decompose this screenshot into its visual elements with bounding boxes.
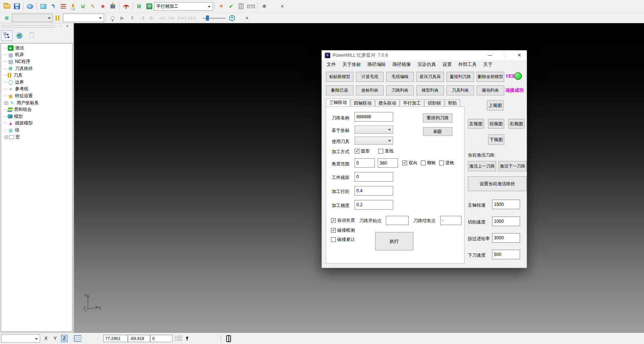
ballnose-tool-icon[interactable] xyxy=(68,1,78,11)
close-button[interactable]: × xyxy=(512,50,527,60)
conventional-mill-checkbox[interactable]: 逆铣 xyxy=(439,160,454,166)
panel-restore-icon[interactable]: ▫ xyxy=(58,24,64,28)
calculator-icon[interactable] xyxy=(236,1,246,11)
menu-render-sim[interactable]: 渲染仿真 xyxy=(414,60,439,69)
view-left-button[interactable]: 左视图 xyxy=(468,119,484,129)
tool-holder-icon[interactable] xyxy=(121,1,131,11)
line-checkbox[interactable]: 直线 xyxy=(378,148,394,154)
toolbar-close-icon[interactable]: × xyxy=(277,1,287,11)
tab-4axis[interactable]: 四轴联动 xyxy=(351,99,375,106)
render-teapot-icon[interactable] xyxy=(25,1,35,11)
leads-icon[interactable]: ↰ xyxy=(48,1,58,11)
tree-item-stock-model[interactable]: 残留模型 xyxy=(1,120,72,127)
cursor-position-icon[interactable] xyxy=(186,336,189,341)
paste-new-model-button[interactable]: 粘贴新模型 xyxy=(326,72,353,82)
axis-x-button[interactable]: X xyxy=(43,335,49,342)
step-back-icon[interactable]: ◁| xyxy=(137,13,147,23)
coord-z-field[interactable]: 0 xyxy=(150,335,172,342)
sim-speed-slider[interactable] xyxy=(203,15,225,21)
sim-tool-dropdown[interactable] xyxy=(63,14,104,22)
tree-item-feature-set[interactable]: 特征设置 xyxy=(1,92,72,99)
start-point-input[interactable] xyxy=(386,216,409,225)
set-active-path-button[interactable]: 设置当前激活路径 xyxy=(468,176,527,191)
coord-y-field[interactable]: -69.918 xyxy=(128,335,150,342)
ref-points-icon[interactable]: ❖ xyxy=(98,1,108,11)
bidirectional-checkbox[interactable]: 双向 xyxy=(402,160,417,166)
sim-toolpath-dropdown[interactable] xyxy=(12,14,53,22)
expand-plus-icon[interactable]: + xyxy=(5,101,8,105)
clock-icon[interactable] xyxy=(227,13,237,23)
delete-all-models-button[interactable]: 删除全部模型 xyxy=(477,72,504,82)
rewind-icon[interactable]: ◁◁ xyxy=(157,13,167,23)
toolpath-coils-icon[interactable]: ≋ xyxy=(135,1,144,11)
panel-header[interactable]: ▫ × xyxy=(0,23,73,29)
tab-help[interactable]: 帮助 xyxy=(445,99,460,106)
rearrange-toolpaths-button[interactable]: 重排列刀路 xyxy=(446,72,474,82)
toolpath-name-input[interactable]: 888888 xyxy=(355,112,393,122)
view-top-button[interactable]: 上视图 xyxy=(487,100,504,110)
go-end-icon[interactable]: ▷▷| xyxy=(187,13,197,23)
pattern-lines-icon[interactable] xyxy=(58,1,68,11)
collision-icon[interactable]: ✶ xyxy=(216,1,226,11)
coord-x-field[interactable]: 77.2951 xyxy=(103,335,128,342)
rearrange-button[interactable]: 重排列刀路 xyxy=(423,113,452,123)
circle-checkbox[interactable]: 圆形 xyxy=(355,148,370,154)
status-dropdown[interactable] xyxy=(1,334,40,343)
dual-view-icon[interactable] xyxy=(226,335,231,342)
active-toolpath-dropdown[interactable]: 平行精加工 xyxy=(154,2,213,11)
list-options-icon[interactable] xyxy=(177,336,182,341)
menu-settings[interactable]: 设置 xyxy=(439,60,455,69)
activate-prev-toolpath-button[interactable]: 激活上一刀路 xyxy=(468,161,496,171)
tab-saw[interactable]: 切割锯 xyxy=(424,99,444,106)
coord-list-button[interactable]: 坐标列表 xyxy=(356,85,384,95)
axis-y-button[interactable]: Y xyxy=(52,335,58,342)
auto-length-checkbox[interactable]: 自动长度 xyxy=(331,217,355,224)
view-bottom-button[interactable]: 下视图 xyxy=(488,134,504,145)
tree-item-pattern[interactable]: 参考线 xyxy=(1,86,72,93)
tree-view-icon[interactable] xyxy=(1,30,13,41)
ruler-icon[interactable] xyxy=(246,1,256,11)
end-point-input[interactable]: - xyxy=(440,216,462,225)
angle-from-input[interactable]: 0 xyxy=(355,158,375,168)
tree-item-workplane[interactable]: +用户坐标系 xyxy=(1,99,72,106)
spindle-speed-input[interactable]: 1500 xyxy=(492,200,520,209)
tree-item-tool[interactable]: 刀具 xyxy=(1,72,72,79)
edit-pencil-icon[interactable]: ✎ xyxy=(88,1,98,11)
delete-selected-button[interactable]: 删除已选 xyxy=(326,85,353,95)
dialog-titlebar[interactable]: ✦ PowerMILL 忆梦星河 7.0.6 — □ × xyxy=(322,50,527,60)
trash-icon[interactable] xyxy=(26,30,38,41)
save-icon[interactable] xyxy=(12,1,22,11)
model-list-button[interactable]: 模型列表 xyxy=(416,85,444,95)
minimize-button[interactable]: — xyxy=(483,50,497,60)
tool-list-button[interactable]: 刀具列表 xyxy=(446,85,474,95)
angle-to-input[interactable]: 360 xyxy=(378,158,398,168)
tab-3axis[interactable]: 三轴联动 xyxy=(326,99,350,106)
channel-icon[interactable]: ∪ xyxy=(78,1,88,11)
tree-item-group[interactable]: 组 xyxy=(1,127,72,134)
lightbulb-icon[interactable] xyxy=(107,13,117,23)
activate-next-toolpath-button[interactable]: 激活下一刀路 xyxy=(498,161,527,171)
execute-button[interactable]: 执行 xyxy=(375,232,413,250)
fast-forward-icon[interactable]: ▷▷ xyxy=(167,13,177,23)
collision-check-checkbox[interactable]: 碰撞检测 xyxy=(331,227,355,234)
tree-item-boundary[interactable]: 边界 xyxy=(1,79,72,86)
view-right-button[interactable]: 右视图 xyxy=(508,119,524,129)
step-forward-icon[interactable]: |▷ xyxy=(147,13,157,23)
tree-item-macro[interactable]: +宏 xyxy=(1,134,72,141)
stock-allowance-input[interactable]: 0 xyxy=(355,172,393,182)
base-coord-dropdown[interactable] xyxy=(355,126,393,134)
verify-icon[interactable]: ✔ xyxy=(226,1,236,11)
tree-item-machine[interactable]: 机床 xyxy=(1,52,72,59)
stepover-input[interactable]: 0.4 xyxy=(355,186,393,196)
tool-block-icon[interactable] xyxy=(108,1,118,11)
pause-icon[interactable]: ‖ xyxy=(127,13,137,23)
tree-item-toolpath[interactable]: 刀具路径 xyxy=(1,65,72,72)
expand-plus-icon[interactable]: + xyxy=(5,136,8,139)
grid-icon[interactable] xyxy=(74,335,81,342)
tool-library-button[interactable]: 星河刀具库 xyxy=(416,72,444,82)
go-start-icon[interactable]: |◁◁ xyxy=(177,13,187,23)
drive-list-button[interactable]: 驱动列表 xyxy=(477,85,504,95)
tree-item-activate[interactable]: 激活 xyxy=(1,45,72,52)
panel-close-icon[interactable]: × xyxy=(65,24,70,28)
plunge-speed-input[interactable]: 500 xyxy=(492,250,520,259)
